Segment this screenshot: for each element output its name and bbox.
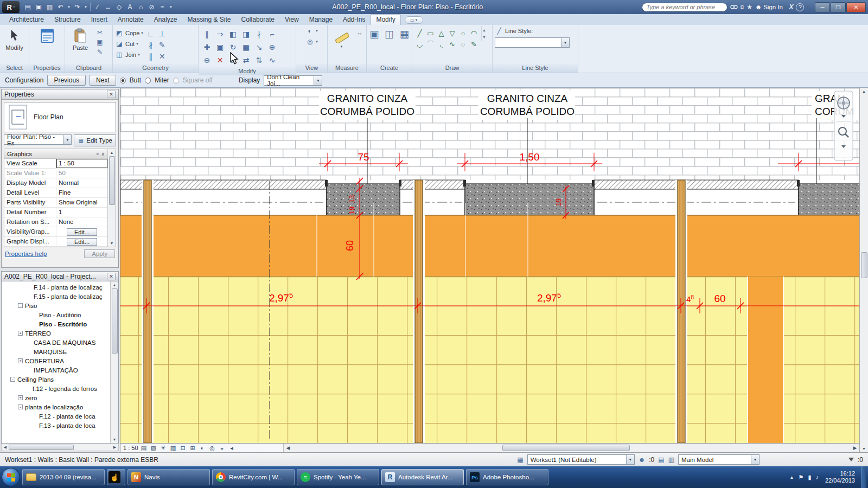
panel-label-modify[interactable]: Modify [199,67,296,75]
undo-icon[interactable]: ↶ [55,2,66,12]
trim-single-icon[interactable]: ⇄ [240,54,252,66]
property-row[interactable]: View Scale 1 : 50 [4,159,107,169]
text-icon[interactable]: A [125,2,135,12]
unjoin-icon[interactable]: ∦ [145,40,156,50]
offset-icon[interactable]: ⇒ [214,28,226,40]
tree-item[interactable]: F.13 - planta de loca [2,421,110,430]
clean-joins-select[interactable]: Don't Clean Joi... ▼ [264,75,322,86]
square-off-radio[interactable] [173,78,179,84]
taskbar-item-pinned-app[interactable]: ☝ [107,469,125,485]
properties-header[interactable]: Properties ✕ [2,89,118,100]
tree-item[interactable]: MARQUISE [2,347,110,356]
create-group-icon[interactable]: ▣ [369,26,380,42]
graphic-display-edit-button[interactable]: Edit... [67,238,97,246]
tree-item[interactable]: -planta de localização [2,402,110,412]
tab-structure[interactable]: Structure [49,15,86,25]
demolish-icon[interactable]: ✕ [157,51,168,62]
worksharing-display-icon[interactable]: ◒ [218,444,226,452]
spline-edit-icon[interactable]: ∿ [266,54,278,66]
action-center-flag-icon[interactable]: ⚑ [799,474,804,481]
browser-scrollbar[interactable]: ▲ ▼ [110,281,118,443]
tree-expand-icon[interactable]: + [18,395,23,400]
previous-button[interactable]: Previous [47,75,86,86]
design-options-icon[interactable]: ▥ [668,456,674,464]
scroll-right-icon[interactable]: ▶ [111,444,118,451]
default-3d-view-icon[interactable]: ⌂ [136,2,146,12]
panel-label-select[interactable]: Select [0,64,29,73]
panel-label-clipboard[interactable]: Clipboard [65,64,112,73]
panel-label-create[interactable]: Create [367,64,412,73]
close-button[interactable]: ✕ [846,2,866,12]
taskbar-item-navisworks[interactable]: N Navis [127,469,210,485]
open-icon[interactable]: ▤ [23,2,33,12]
tab-add-ins[interactable]: Add-Ins [338,15,370,25]
sign-in-button[interactable]: ☻ Sign In ▾ [755,4,786,10]
show-crop-region-icon[interactable]: ⊞ [189,444,197,452]
draw-rectangle-icon[interactable]: ▭ [425,28,436,38]
draw-ellipse-icon[interactable]: ◌ [458,39,468,49]
scale-icon[interactable]: ↘ [253,41,265,53]
aligned-dimension-icon[interactable]: ↔ [103,2,113,12]
steering-wheel-icon[interactable] [838,97,850,109]
prop-value-input[interactable]: 1 : 50 [56,159,107,168]
workset-select[interactable]: Workset1 (Not Editable) ▼ [527,454,635,465]
split-face-icon[interactable]: ∥ [145,51,156,62]
tab-insert[interactable]: Insert [86,15,112,25]
tree-item[interactable]: +COBERTURA [2,356,110,365]
navigation-bar[interactable] [834,91,853,160]
start-button[interactable] [2,468,20,486]
graphics-section-header[interactable]: Graphics « ∧ [4,149,107,159]
scroll-left-icon[interactable]: ◀ [284,444,292,452]
draw-pick-line-icon[interactable]: ✎ [469,39,479,49]
next-button[interactable]: Next [90,75,116,86]
tree-item[interactable]: Piso - Auditório [2,310,110,319]
browser-hscrollbar[interactable]: ◀ ▶ [1,444,119,451]
prop-value[interactable]: Fine [56,188,107,197]
tree-item[interactable]: -Ceiling Plans [2,375,110,384]
horizontal-scrollbar[interactable]: ◀ ▶ [283,444,859,452]
tree-expand-icon[interactable]: - [18,404,23,409]
draw-scroll-down-icon[interactable]: ▼ [482,35,486,39]
draw-scroll-arrows[interactable]: ▲ ▼ [481,26,487,41]
restore-button[interactable]: ❐ [831,2,846,12]
property-row[interactable]: Detail Level Fine [4,188,107,198]
panel-label-properties[interactable]: Properties [29,64,65,73]
tree-item[interactable]: -Piso [2,301,110,310]
type-selector[interactable]: Floor Plan [4,102,116,132]
temporary-hide-isolate-icon[interactable]: ◐ [199,444,207,452]
design-option-select[interactable]: Main Model ▼ [678,454,760,465]
copy-icon[interactable]: ▣ [214,41,226,53]
scroll-thumb[interactable] [502,445,630,451]
panel-label-measure[interactable]: Measure [328,64,366,73]
crop-view-icon[interactable]: ⊡ [179,444,187,452]
tree-item[interactable]: +zero [2,393,110,402]
minimize-button[interactable]: ─ [815,2,830,12]
scroll-thumb[interactable] [112,288,118,354]
line-style-select[interactable]: ▼ [495,37,570,48]
collapse-section-icon[interactable]: ∧ [101,151,105,157]
property-row[interactable]: Visibility/Grap... Edit... [4,227,107,237]
cut-geometry-button[interactable]: ◪ Cut ▾ [115,39,143,49]
property-row[interactable]: Rotation on S... None [4,217,107,227]
volume-icon[interactable]: ♪ [815,474,819,480]
section-icon[interactable]: ⊘ [146,2,157,12]
mirror-draw-axis-icon[interactable]: ◨ [240,28,252,40]
tree-item[interactable]: IMPLANTAÇÃO [2,365,110,375]
tree-item[interactable]: CASA DE MÁQUINAS [2,338,110,347]
redo-icon[interactable]: ↷ [72,2,82,12]
butt-radio[interactable] [120,78,126,84]
visibility-edit-button[interactable]: Edit... [67,228,97,236]
wall-joins-icon[interactable]: ∟ [145,28,156,39]
edit-type-button[interactable]: ▦ Edit Type [74,134,116,146]
scroll-left-edge-icon[interactable]: ◂ [228,444,236,452]
favorites-star-icon[interactable]: ★ [746,3,752,11]
draw-start-end-arc-icon[interactable]: ◠ [469,28,479,38]
properties-help-link[interactable]: Properties help [5,251,47,257]
ribbon-display-toggle[interactable]: ▭▾ [405,16,423,24]
draw-scroll-up-icon[interactable]: ▲ [482,28,486,32]
dimension-icon[interactable]: ↔ [355,28,364,37]
scroll-down-icon[interactable]: ▼ [860,445,867,452]
tray-expand-icon[interactable]: ▲ [790,475,794,480]
prop-value[interactable]: None [56,217,107,227]
trim-multiple-icon[interactable]: ⇅ [253,54,265,66]
